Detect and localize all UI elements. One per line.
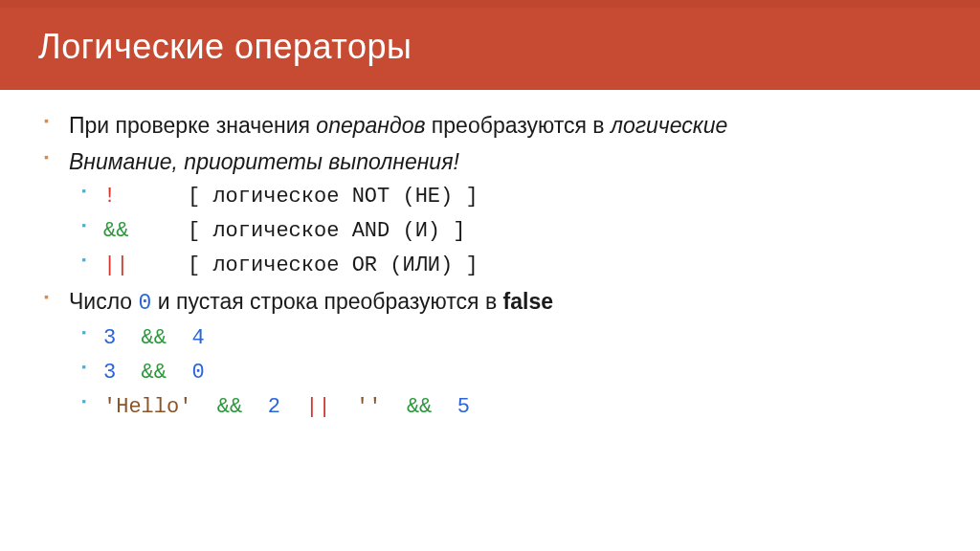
op-symbol: ! <box>103 181 188 213</box>
op: || <box>305 395 330 419</box>
bullet-2: Внимание, приоритеты выполнения! <box>69 145 942 180</box>
slide-body: При проверке значения операндов преобраз… <box>0 90 980 424</box>
code-zero: 0 <box>139 291 152 316</box>
str: '' <box>356 395 381 419</box>
op-symbol: || <box>103 250 188 282</box>
num: 0 <box>191 361 204 385</box>
slide-title: Логические операторы <box>38 27 942 67</box>
op: && <box>142 326 167 350</box>
op-or: ||[ логическое OR (ИЛИ) ] <box>103 250 942 282</box>
text-italic: операндов <box>316 113 425 138</box>
op: && <box>142 361 167 385</box>
text: При проверке значения <box>69 113 316 138</box>
example-2: 3 && 0 <box>103 357 942 389</box>
op-desc: [ логическое AND (И) ] <box>188 219 465 243</box>
example-1: 3 && 4 <box>103 322 942 355</box>
bullet-1: При проверке значения операндов преобраз… <box>69 109 942 143</box>
num: 4 <box>191 326 204 350</box>
op: && <box>217 395 242 419</box>
op-desc: [ логическое OR (ИЛИ) ] <box>188 253 479 277</box>
op-symbol: && <box>103 215 188 248</box>
op-and: &&[ логическое AND (И) ] <box>103 215 942 248</box>
text-italic: логические <box>611 113 727 138</box>
example-3: 'Hello' && 2 || '' && 5 <box>103 391 942 424</box>
text: и пустая строка преобразуются в <box>151 289 502 314</box>
num: 2 <box>268 395 280 419</box>
num: 5 <box>457 395 470 419</box>
text-bold: false <box>503 289 553 314</box>
op-not: ![ логическое NOT (НЕ) ] <box>103 181 942 213</box>
bullet-3: Число 0 и пустая строка преобразуются в … <box>69 285 942 321</box>
slide-header: Логические операторы <box>0 0 980 90</box>
text: преобразуются в <box>425 113 610 138</box>
op: && <box>407 395 432 419</box>
num: 3 <box>103 361 116 385</box>
text: Число <box>69 289 139 314</box>
op-desc: [ логическое NOT (НЕ) ] <box>188 185 479 209</box>
str: 'Hello' <box>103 395 191 419</box>
num: 3 <box>103 326 116 350</box>
